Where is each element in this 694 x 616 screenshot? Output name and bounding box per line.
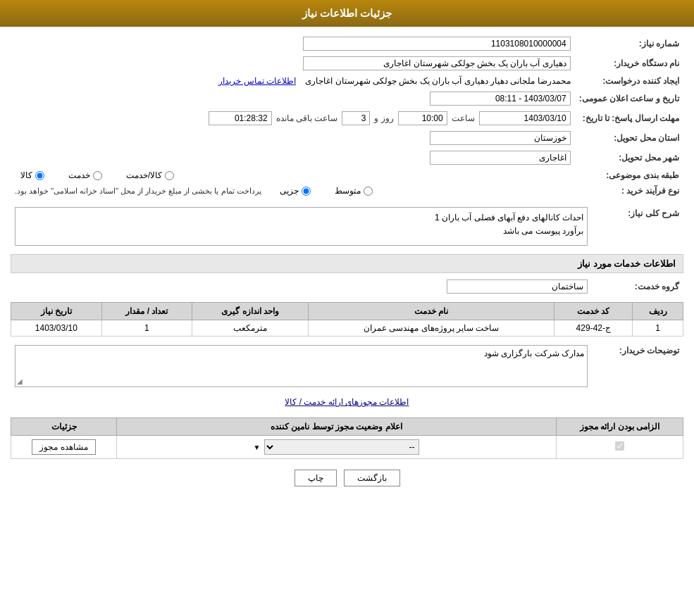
cell-code: ج-42-429	[554, 320, 633, 337]
deadline-date-input	[479, 111, 571, 125]
process-jozei-radio[interactable]	[302, 187, 311, 196]
announcer-value: محمدرضا ملجانی دهیار دهیاری آب باران یک …	[305, 76, 570, 86]
process-jozei-option: جزیی	[280, 186, 311, 196]
process-jozei-label: جزیی	[280, 186, 299, 196]
info-table: شماره نیاز: نام دستگاه خریدار: ایجاد کنن…	[11, 34, 683, 199]
buyer-notes-table: توضیحات خریدار: مدارک شرکت بارگزاری شود …	[11, 342, 683, 390]
need-description-table: شرح کلی نیاز: احداث کانالهای دفع آبهای ف…	[11, 204, 683, 249]
category-kala-radio[interactable]	[35, 171, 44, 180]
col-quantity: تعداد / مقدار	[101, 303, 192, 320]
category-khedmat-radio[interactable]	[93, 171, 102, 180]
deadline-time-label: ساعت	[452, 113, 475, 123]
col-row-num: ردیف	[633, 303, 683, 320]
resize-icon: ◢	[17, 377, 23, 385]
city-input	[430, 151, 571, 165]
cell-row-num: 1	[633, 320, 683, 337]
col-supplier-status: اعلام وضعیت مجوز توسط نامین کننده	[117, 418, 557, 436]
permission-row: -- ▼ مشاهده مجوز	[11, 436, 683, 459]
need-number-label: شماره نیاز:	[575, 34, 683, 54]
category-kala-khedmat-radio[interactable]	[165, 171, 174, 180]
deadline-days-label: روز و	[374, 113, 393, 123]
col-date: تاریخ نیاز	[11, 303, 102, 320]
process-note: پرداخت تمام یا بخشی از مبلغ خریدار از مح…	[15, 187, 261, 196]
process-label: نوع فرآیند خرید :	[575, 183, 683, 199]
permissions-table: الزامی بودن ارائه مجوز اعلام وضعیت مجوز …	[11, 417, 683, 459]
permission-required-checkbox	[615, 441, 624, 451]
process-motavaset-option: متوسط	[335, 186, 373, 196]
process-motavaset-label: متوسط	[335, 186, 361, 196]
table-row: 1 ج-42-429 ساخت سایر پروژه‌های مهندسی عم…	[11, 320, 683, 337]
category-kala-label: کالا	[20, 170, 32, 180]
category-kala-option: کالا	[20, 170, 44, 180]
view-permission-button[interactable]: مشاهده مجوز	[32, 439, 95, 455]
need-description-line1: احداث کانالهای دفع آبهای فصلی آب باران 1	[19, 211, 583, 225]
buyer-notes-label: توضیحات خریدار:	[592, 342, 683, 390]
province-input	[430, 131, 571, 145]
col-details: جزئیات	[11, 418, 117, 436]
cell-quantity: 1	[101, 320, 192, 337]
buyer-notes-box: مدارک شرکت بارگزاری شود ◢	[15, 345, 588, 387]
service-group-table: گروه خدمت:	[11, 277, 683, 296]
category-khedmat-label: خدمت	[68, 170, 90, 180]
process-motavaset-radio[interactable]	[364, 187, 373, 196]
announcer-label: ایجاد کننده درخواست:	[575, 73, 683, 89]
response-deadline-label: مهلت ارسال پاسخ: تا تاریخ:	[575, 108, 683, 128]
permission-details-cell: مشاهده مجوز	[11, 436, 117, 459]
service-group-label: گروه خدمت:	[592, 277, 683, 296]
city-label: شهر محل تحویل:	[575, 148, 683, 168]
col-required: الزامی بودن ارائه مجوز	[557, 418, 683, 436]
permission-status-cell: -- ▼	[117, 436, 557, 459]
category-khedmat-option: خدمت	[68, 170, 102, 180]
buyer-org-label: نام دستگاه خریدار:	[575, 54, 683, 73]
category-kala-khedmat-option: کالا/خدمت	[126, 170, 174, 180]
cell-date: 1403/03/10	[11, 320, 102, 337]
need-description-label: شرح کلی نیاز:	[592, 204, 683, 249]
buyer-notes-text: مدارک شرکت بارگزاری شود	[18, 348, 584, 358]
category-label: طبقه بندی موضوعی:	[575, 168, 683, 183]
service-group-input	[447, 279, 588, 294]
permission-required-cell	[557, 436, 683, 459]
dropdown-icon: ▼	[254, 444, 261, 451]
deadline-days-input	[342, 111, 370, 125]
page-title: جزئیات اطلاعات نیاز	[302, 7, 392, 19]
date-input	[430, 92, 571, 106]
col-name: نام خدمت	[308, 303, 554, 320]
permissions-section-title: اطلاعات مجوزهای ارائه خدمت / کالا	[11, 397, 683, 407]
services-table: ردیف کد خدمت نام خدمت واحد اندازه گیری ت…	[11, 302, 683, 337]
col-unit: واحد اندازه گیری	[192, 303, 309, 320]
col-code: کد خدمت	[554, 303, 633, 320]
cell-name: ساخت سایر پروژه‌های مهندسی عمران	[308, 320, 554, 337]
province-label: استان محل تحویل:	[575, 128, 683, 148]
remaining-label: ساعت باقی مانده	[276, 113, 338, 123]
date-label: تاریخ و ساعت اعلان عمومی:	[575, 89, 683, 108]
deadline-time-input	[398, 111, 447, 125]
bottom-buttons: بازگشت چاپ	[11, 470, 683, 486]
remaining-time-input	[209, 111, 272, 125]
need-description-line2: برآورد پیوست می باشد	[19, 225, 583, 238]
cell-unit: مترمکعب	[192, 320, 309, 337]
permission-status-select[interactable]: --	[264, 439, 419, 455]
print-button[interactable]: چاپ	[295, 470, 337, 486]
contact-link[interactable]: اطلاعات تماس خریدار	[218, 76, 296, 86]
back-button[interactable]: بازگشت	[344, 470, 400, 486]
need-description-box: احداث کانالهای دفع آبهای فصلی آب باران 1…	[15, 207, 588, 246]
page-header: جزئیات اطلاعات نیاز	[0, 0, 694, 27]
services-section-title: اطلاعات خدمات مورد نیاز	[11, 254, 683, 273]
category-kala-khedmat-label: کالا/خدمت	[126, 170, 162, 180]
buyer-org-input	[303, 56, 571, 70]
need-number-input	[303, 37, 571, 51]
